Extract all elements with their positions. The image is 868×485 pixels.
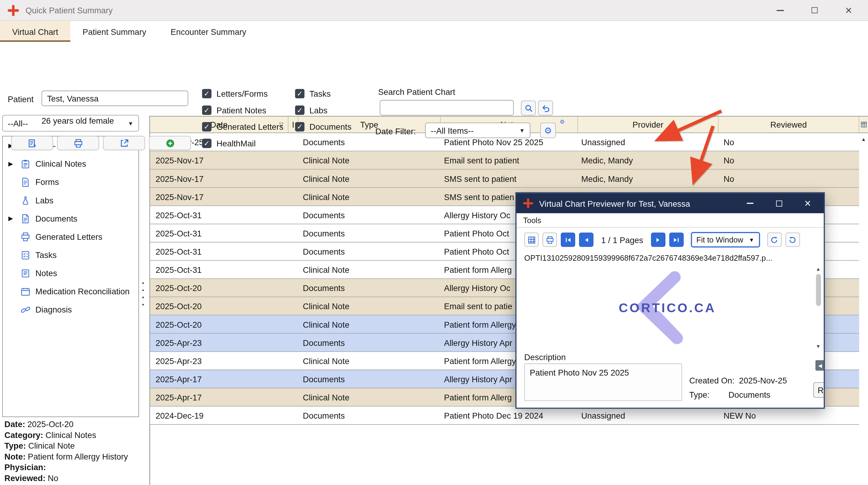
filter-checkbox-documents[interactable]: ✓Documents bbox=[295, 122, 351, 132]
last-page-button[interactable] bbox=[669, 232, 684, 247]
close-button[interactable]: × bbox=[842, 4, 855, 17]
cell-i bbox=[288, 224, 299, 242]
sidebar-item-notes[interactable]: Notes bbox=[3, 264, 138, 282]
tab-encounter-summary[interactable]: Encounter Summary bbox=[158, 21, 258, 42]
filter-checkbox-labs[interactable]: ✓Labs bbox=[295, 105, 351, 115]
checkbox-checked-icon[interactable]: ✓ bbox=[202, 105, 211, 115]
undo-search-button[interactable] bbox=[538, 101, 553, 116]
cell-date: 2025-Apr-23 bbox=[150, 334, 288, 351]
labs-icon bbox=[21, 195, 35, 205]
date-filter-settings-button[interactable]: ⚙⚙ bbox=[540, 123, 556, 138]
table-row[interactable]: 2024-Dec-19DocumentsPatient Photo Dec 19… bbox=[150, 407, 859, 425]
sidebar-item-label: Clinical Notes bbox=[35, 159, 86, 168]
date-filter-select[interactable]: --All Items-- ▼ bbox=[425, 123, 530, 138]
sidebar-item-diagnosis[interactable]: Diagnosis bbox=[3, 300, 138, 319]
print-chart-button[interactable] bbox=[57, 136, 99, 150]
previewer-minimize-button[interactable] bbox=[744, 197, 756, 209]
scroll-up-icon[interactable]: ▲ bbox=[861, 136, 866, 142]
reviewed-button-partial[interactable]: R bbox=[813, 382, 825, 398]
checkbox-checked-icon[interactable]: ✓ bbox=[295, 122, 305, 131]
filter-checkbox-tasks[interactable]: ✓Tasks bbox=[295, 89, 351, 98]
checkbox-label: Documents bbox=[309, 122, 351, 131]
cell-type: Clinical Note bbox=[299, 297, 441, 315]
previewer-close-button[interactable]: × bbox=[802, 197, 814, 209]
export-chart-button[interactable] bbox=[103, 136, 145, 150]
window-controls: × bbox=[774, 0, 868, 20]
sidebar-item-medication-reconciliation[interactable]: Medication Reconciliation bbox=[3, 282, 138, 300]
collapse-panel-button[interactable]: ◀ bbox=[815, 360, 825, 371]
printer-icon bbox=[546, 235, 554, 244]
sidebar-item-clinical-notes[interactable]: ▶Clinical Notes bbox=[3, 155, 138, 173]
cell-i bbox=[288, 188, 299, 205]
detail-label: Physician: bbox=[5, 462, 46, 472]
sidebar-item-generated-letters[interactable]: Generated Letters bbox=[3, 228, 138, 246]
type-value: Documents bbox=[728, 390, 770, 399]
filter-checkbox-patient-notes[interactable]: ✓Patient Notes bbox=[202, 105, 283, 115]
table-config-button[interactable] bbox=[859, 117, 868, 133]
filter-checkbox-column-2: ✓Tasks✓Labs✓Documents bbox=[295, 89, 351, 132]
cell-i bbox=[288, 352, 299, 369]
previous-page-icon bbox=[583, 237, 589, 243]
expand-arrow-icon[interactable]: ▶ bbox=[8, 215, 20, 222]
detail-value: Clinical Notes bbox=[45, 430, 96, 440]
previewer-maximize-button[interactable] bbox=[773, 197, 785, 209]
filter-checkbox-generated-letters[interactable]: ✓Generated Letters bbox=[202, 122, 283, 132]
cell-provider: Medic, Mandy bbox=[578, 151, 719, 169]
cell-note: Patient Photo Dec 19 2024 bbox=[441, 407, 578, 424]
chevron-down-icon: ▼ bbox=[128, 120, 133, 126]
search-label: Search Patient Chart bbox=[378, 87, 455, 97]
checkbox-checked-icon[interactable]: ✓ bbox=[202, 138, 211, 148]
checkbox-checked-icon[interactable]: ✓ bbox=[202, 122, 211, 131]
thumbnail-view-button[interactable] bbox=[524, 232, 539, 247]
print-button[interactable] bbox=[542, 232, 557, 247]
previous-page-button[interactable] bbox=[579, 232, 593, 247]
table-row[interactable]: 2025-Nov-17Clinical NoteSMS sent to pati… bbox=[150, 169, 859, 188]
tab-patient-summary[interactable]: Patient Summary bbox=[70, 21, 158, 42]
cell-provider: Medic, Mandy bbox=[578, 169, 719, 187]
cell-type: Clinical Note bbox=[299, 169, 441, 187]
table-scrollbar[interactable]: ▲ bbox=[859, 134, 868, 485]
column-header-reviewed[interactable]: Reviewed bbox=[718, 117, 859, 133]
expand-arrow-icon[interactable]: ▶ bbox=[8, 160, 20, 167]
chart-report-button[interactable] bbox=[11, 136, 53, 150]
cell-date: 2025-Apr-17 bbox=[150, 388, 288, 406]
scrollbar-thumb[interactable] bbox=[816, 274, 821, 306]
menu-tools[interactable]: Tools bbox=[523, 216, 541, 225]
filter-checkbox-healthmail[interactable]: ✓HealthMail bbox=[202, 138, 283, 148]
checkbox-checked-icon[interactable]: ✓ bbox=[295, 89, 305, 98]
checkbox-checked-icon[interactable]: ✓ bbox=[202, 89, 211, 98]
cell-i bbox=[288, 297, 299, 315]
sidebar-item-documents[interactable]: ▶Documents bbox=[3, 209, 138, 228]
checkbox-label: Generated Letters bbox=[217, 122, 284, 131]
sidebar-item-tasks[interactable]: Tasks bbox=[3, 246, 138, 264]
sidebar-item-labs[interactable]: Labs bbox=[3, 191, 138, 209]
sidebar-item-label: Notes bbox=[35, 268, 57, 278]
tab-virtual-chart[interactable]: Virtual Chart bbox=[0, 21, 70, 42]
detail-label: Date: bbox=[5, 419, 25, 429]
cell-i bbox=[288, 151, 299, 169]
scroll-down-icon[interactable]: ▼ bbox=[816, 344, 821, 349]
filter-checkbox-letters-forms[interactable]: ✓Letters/Forms bbox=[202, 89, 283, 98]
minimize-button[interactable] bbox=[774, 4, 786, 17]
sidebar-splitter-handle[interactable] bbox=[142, 282, 144, 305]
table-row[interactable]: 2025-Nov-17Clinical NoteEmail sent to pa… bbox=[150, 151, 859, 169]
description-field[interactable]: Patient Photo Nov 25 2025 bbox=[524, 363, 682, 401]
first-page-button[interactable] bbox=[561, 232, 575, 247]
patient-name-input[interactable] bbox=[41, 91, 188, 106]
column-header-provider[interactable]: Provider bbox=[578, 117, 719, 133]
filter-checkbox-column-1: ✓Letters/Forms✓Patient Notes✓Generated L… bbox=[202, 89, 283, 148]
scroll-up-icon[interactable]: ▲ bbox=[816, 266, 821, 271]
zoom-mode-select[interactable]: Fit to Window ▼ bbox=[691, 232, 760, 247]
detail-label: Type: bbox=[5, 441, 26, 450]
maximize-button[interactable] bbox=[808, 4, 820, 17]
preview-scrollbar[interactable]: ▲ ▼ bbox=[814, 266, 822, 349]
refresh-button[interactable] bbox=[767, 232, 781, 247]
search-input[interactable] bbox=[380, 100, 514, 116]
checkbox-checked-icon[interactable]: ✓ bbox=[295, 105, 305, 115]
search-button[interactable] bbox=[521, 101, 536, 116]
next-page-button[interactable] bbox=[651, 232, 665, 247]
cell-provider: Unassigned bbox=[578, 133, 719, 151]
add-item-button[interactable] bbox=[149, 136, 191, 150]
rotate-button[interactable] bbox=[785, 232, 800, 247]
sidebar-item-forms[interactable]: Forms bbox=[3, 173, 138, 191]
